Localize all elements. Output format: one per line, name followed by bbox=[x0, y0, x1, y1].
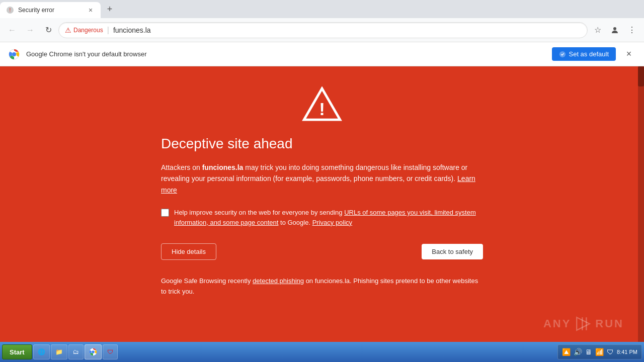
url-text: funciones.la bbox=[113, 26, 581, 34]
tab-close-button[interactable]: × bbox=[87, 6, 95, 14]
button-row: Hide details Back to safety bbox=[161, 243, 483, 260]
tab-bar: ! Security error × + bbox=[0, 0, 644, 18]
folder-icon: 📁 bbox=[55, 348, 63, 355]
tab-security-error[interactable]: ! Security error × bbox=[0, 2, 101, 18]
svg-text:!: ! bbox=[319, 99, 325, 119]
account-button[interactable] bbox=[607, 22, 623, 38]
dangerous-badge: ⚠ Dangerous bbox=[65, 26, 103, 34]
taskbar: Start 🌐 📁 🗂 🛡 🔼 🔊 🖥 📶 🛡 8:41 PM bbox=[0, 342, 644, 362]
back-button[interactable]: ← bbox=[4, 22, 20, 38]
taskbar-shield-button[interactable]: 🛡 bbox=[103, 344, 118, 359]
ie-icon: 🌐 bbox=[38, 348, 45, 355]
error-domain: funciones.la bbox=[202, 163, 244, 171]
files-icon: 🗂 bbox=[73, 348, 79, 355]
error-container: ! Deceptive site ahead Attackers on func… bbox=[161, 86, 483, 297]
improve-security-checkbox[interactable] bbox=[161, 209, 169, 217]
svg-point-12 bbox=[92, 350, 95, 353]
checkbox-label: Help improve security on the web for eve… bbox=[174, 208, 483, 227]
scrollbar-track[interactable] bbox=[638, 66, 644, 342]
hide-details-button[interactable]: Hide details bbox=[161, 243, 216, 260]
chrome-logo-icon bbox=[8, 48, 20, 60]
anyrun-play-icon bbox=[575, 316, 591, 332]
tray-shield-icon[interactable]: 🛡 bbox=[607, 348, 614, 356]
safe-browsing-text: Google Safe Browsing recently detected p… bbox=[161, 276, 483, 297]
tray-icon-1[interactable]: 🔼 bbox=[562, 348, 571, 356]
tray-speaker-icon[interactable]: 🔊 bbox=[574, 348, 582, 356]
back-to-safety-button[interactable]: Back to safety bbox=[422, 244, 483, 259]
menu-button[interactable]: ⋮ bbox=[624, 22, 640, 38]
tab-favicon: ! bbox=[6, 6, 14, 14]
toolbar-icons: ☆ ⋮ bbox=[590, 22, 640, 38]
address-input[interactable]: ⚠ Dangerous | funciones.la bbox=[58, 22, 588, 38]
set-default-icon bbox=[559, 51, 566, 58]
error-page: ! Deceptive site ahead Attackers on func… bbox=[0, 66, 644, 342]
tray-network-icon[interactable]: 📶 bbox=[595, 348, 604, 356]
address-separator: | bbox=[107, 26, 109, 35]
warning-icon: ⚠ bbox=[65, 26, 71, 34]
start-button[interactable]: Start bbox=[2, 344, 32, 359]
banner-close-button[interactable]: × bbox=[622, 47, 636, 61]
svg-marker-8 bbox=[577, 317, 590, 330]
description-before: Attackers on bbox=[161, 163, 202, 171]
taskbar-tray: 🔼 🔊 🖥 📶 🛡 8:41 PM bbox=[557, 344, 642, 359]
shield-taskbar-icon: 🛡 bbox=[107, 348, 113, 355]
taskbar-ie-button[interactable]: 🌐 bbox=[33, 344, 50, 359]
reload-button[interactable]: ↻ bbox=[40, 22, 56, 38]
svg-point-2 bbox=[613, 27, 616, 30]
taskbar-time: 8:41 PM bbox=[617, 349, 637, 355]
svg-text:!: ! bbox=[10, 8, 11, 13]
chrome-taskbar-icon bbox=[89, 348, 97, 356]
taskbar-folder-button[interactable]: 📁 bbox=[51, 344, 67, 359]
tray-monitor-icon[interactable]: 🖥 bbox=[585, 348, 592, 356]
default-browser-banner: Google Chrome isn't your default browser… bbox=[0, 42, 644, 66]
taskbar-files-button[interactable]: 🗂 bbox=[68, 344, 84, 359]
dangerous-label: Dangerous bbox=[73, 27, 103, 34]
bookmark-button[interactable]: ☆ bbox=[590, 22, 606, 38]
svg-point-4 bbox=[12, 52, 16, 56]
detected-phishing-link[interactable]: detected phishing bbox=[253, 277, 304, 285]
taskbar-chrome-button[interactable] bbox=[85, 344, 102, 359]
anyrun-watermark: ANY RUN bbox=[543, 316, 624, 332]
new-tab-button[interactable]: + bbox=[103, 2, 117, 16]
forward-button[interactable]: → bbox=[22, 22, 38, 38]
scrollbar-thumb[interactable] bbox=[638, 66, 644, 86]
warning-triangle-icon: ! bbox=[161, 86, 483, 124]
privacy-policy-link[interactable]: Privacy policy bbox=[312, 219, 352, 226]
tab-title: Security error bbox=[18, 7, 83, 14]
error-description: Attackers on funciones.la may trick you … bbox=[161, 162, 483, 196]
checkbox-section: Help improve security on the web for eve… bbox=[161, 208, 483, 227]
set-default-button[interactable]: Set as default bbox=[552, 47, 616, 61]
banner-text: Google Chrome isn't your default browser bbox=[26, 50, 546, 58]
error-heading: Deceptive site ahead bbox=[161, 136, 483, 152]
address-bar: ← → ↻ ⚠ Dangerous | funciones.la ☆ ⋮ bbox=[0, 18, 644, 42]
